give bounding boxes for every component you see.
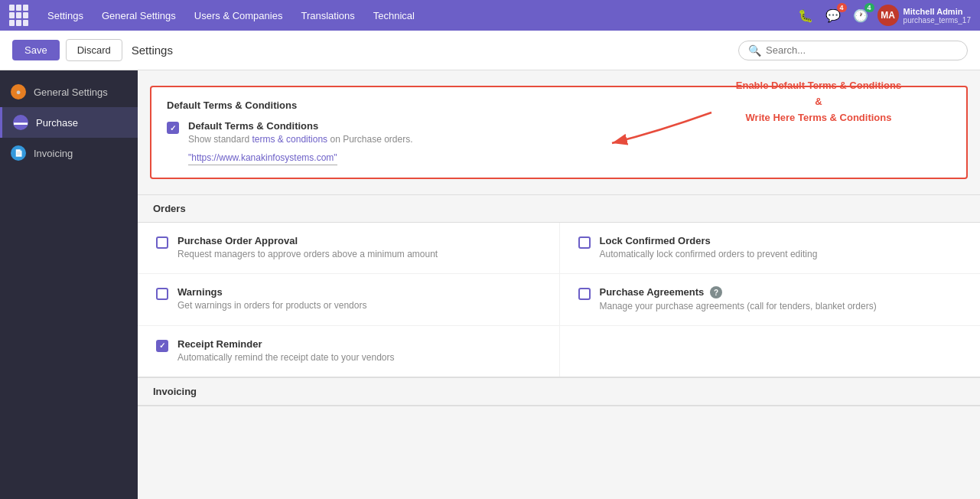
nav-general-settings[interactable]: General Settings xyxy=(94,0,184,31)
invoicing-section-header: Invoicing xyxy=(138,377,980,406)
lock-confirmed-orders-content: Lock Confirmed Orders Automatically lock… xyxy=(600,235,818,261)
search-icon: 🔍 xyxy=(748,44,761,57)
sidebar-item-general-settings[interactable]: ● General Settings xyxy=(0,77,138,107)
nav-users-companies[interactable]: Users & Companies xyxy=(187,0,291,31)
search-input[interactable] xyxy=(766,44,958,56)
terms-setting-content: Default Terms & Conditions Show standard… xyxy=(188,120,413,165)
lock-confirmed-orders-cell: Lock Confirmed Orders Automatically lock… xyxy=(559,223,981,273)
terms-setting-label: Default Terms & Conditions xyxy=(188,120,413,132)
terms-url-value[interactable]: "https://www.kanakinfosystems.com" xyxy=(188,152,337,165)
terms-section-header: Default Terms & Conditions xyxy=(167,99,951,111)
warnings-label: Warnings xyxy=(177,286,366,298)
purchase-agreements-label: Purchase Agreements ? xyxy=(600,286,877,299)
purchase-agreements-desc: Manage your purchase agreements (call fo… xyxy=(600,300,877,313)
general-settings-icon: ● xyxy=(11,84,26,99)
purchase-agreements-checkbox[interactable] xyxy=(578,288,591,300)
terms-setting-row: Default Terms & Conditions Show standard… xyxy=(167,120,951,165)
receipt-reminder-label: Receipt Reminder xyxy=(177,338,394,350)
purchase-icon: ▬▬ xyxy=(13,115,28,130)
purchase-agreements-cell: Purchase Agreements ? Manage your purcha… xyxy=(559,273,981,325)
terms-setting-desc: Show standard terms & conditions on Purc… xyxy=(188,133,413,146)
purchase-order-approval-checkbox[interactable] xyxy=(156,236,168,249)
terms-section-wrapper: Default Terms & Conditions Default Terms… xyxy=(138,70,980,194)
purchase-order-approval-desc: Request managers to approve orders above… xyxy=(177,248,438,261)
receipt-reminder-checkbox[interactable] xyxy=(156,340,168,352)
user-name: Mitchell Admin xyxy=(903,7,971,16)
lock-confirmed-orders-checkbox[interactable] xyxy=(578,236,591,249)
purchase-agreements-content: Purchase Agreements ? Manage your purcha… xyxy=(600,286,877,313)
lock-confirmed-orders-desc: Automatically lock confirmed orders to p… xyxy=(600,248,818,261)
app-grid-button[interactable] xyxy=(9,5,31,26)
toolbar-title: Settings xyxy=(132,44,173,57)
warnings-checkbox[interactable] xyxy=(156,288,168,300)
save-button[interactable]: Save xyxy=(12,40,60,60)
invoicing-icon: 📄 xyxy=(11,145,26,161)
messages-badge: 4 xyxy=(837,3,847,12)
warnings-content: Warnings Get warnings in orders for prod… xyxy=(177,286,366,312)
sidebar-label-general-settings: General Settings xyxy=(34,86,108,98)
terms-desc-text2: on Purchase orders. xyxy=(330,134,412,145)
nav-right-area: 🐛 💬 4 🕐 4 MA Mitchell Admin purchase_ter… xyxy=(795,5,971,26)
terms-checkbox[interactable] xyxy=(167,122,179,134)
purchase-agreements-help-icon[interactable]: ? xyxy=(710,286,722,298)
user-subtitle: purchase_terms_17 xyxy=(903,16,971,24)
user-menu[interactable]: MA Mitchell Admin purchase_terms_17 xyxy=(877,5,971,26)
purchase-order-approval-label: Purchase Order Approval xyxy=(177,235,438,246)
toolbar: Save Discard Settings 🔍 xyxy=(0,31,980,70)
search-container: 🔍 xyxy=(738,41,968,60)
terms-desc-link[interactable]: terms & conditions xyxy=(252,134,327,145)
orders-grid: Purchase Order Approval Request managers… xyxy=(138,223,980,377)
nav-technical[interactable]: Technical xyxy=(366,0,422,31)
terms-annotation-wrapper: Default Terms & Conditions Default Terms… xyxy=(138,70,980,194)
orders-row3-right-empty xyxy=(559,325,981,377)
orders-section-header: Orders xyxy=(138,194,980,223)
terms-desc-text1: Show standard xyxy=(188,134,249,145)
orders-section: Orders Purchase Order Approval Request m… xyxy=(138,194,980,377)
terms-box: Default Terms & Conditions Default Terms… xyxy=(150,86,968,179)
main-layout: ● General Settings ▬▬ Purchase 📄 Invoici… xyxy=(0,70,980,499)
nav-translations[interactable]: Translations xyxy=(293,0,362,31)
activities-badge: 4 xyxy=(864,3,874,12)
warnings-desc: Get warnings in orders for products or v… xyxy=(177,299,366,312)
messages-icon[interactable]: 💬 4 xyxy=(822,5,844,26)
main-content: Default Terms & Conditions Default Terms… xyxy=(138,70,980,499)
user-details: Mitchell Admin purchase_terms_17 xyxy=(903,7,971,24)
sidebar-item-invoicing[interactable]: 📄 Invoicing xyxy=(0,138,138,168)
activities-icon[interactable]: 🕐 4 xyxy=(850,5,871,26)
purchase-order-approval-content: Purchase Order Approval Request managers… xyxy=(177,235,438,261)
invoicing-section: Invoicing xyxy=(138,377,980,406)
nav-settings[interactable]: Settings xyxy=(40,0,91,31)
receipt-reminder-content: Receipt Reminder Automatically remind th… xyxy=(177,338,394,364)
avatar: MA xyxy=(877,5,899,26)
warnings-cell: Warnings Get warnings in orders for prod… xyxy=(138,273,559,325)
top-navigation: Settings General Settings Users & Compan… xyxy=(0,0,980,31)
sidebar-item-purchase[interactable]: ▬▬ Purchase xyxy=(0,107,138,138)
sidebar-label-purchase: Purchase xyxy=(36,117,78,129)
purchase-order-approval-cell: Purchase Order Approval Request managers… xyxy=(138,223,559,273)
sidebar-label-invoicing: Invoicing xyxy=(34,148,73,159)
bug-icon[interactable]: 🐛 xyxy=(795,5,816,26)
receipt-reminder-cell: Receipt Reminder Automatically remind th… xyxy=(138,325,559,377)
sidebar: ● General Settings ▬▬ Purchase 📄 Invoici… xyxy=(0,70,138,499)
receipt-reminder-desc: Automatically remind the receipt date to… xyxy=(177,351,394,364)
lock-confirmed-orders-label: Lock Confirmed Orders xyxy=(600,235,818,246)
discard-button[interactable]: Discard xyxy=(66,39,122,61)
